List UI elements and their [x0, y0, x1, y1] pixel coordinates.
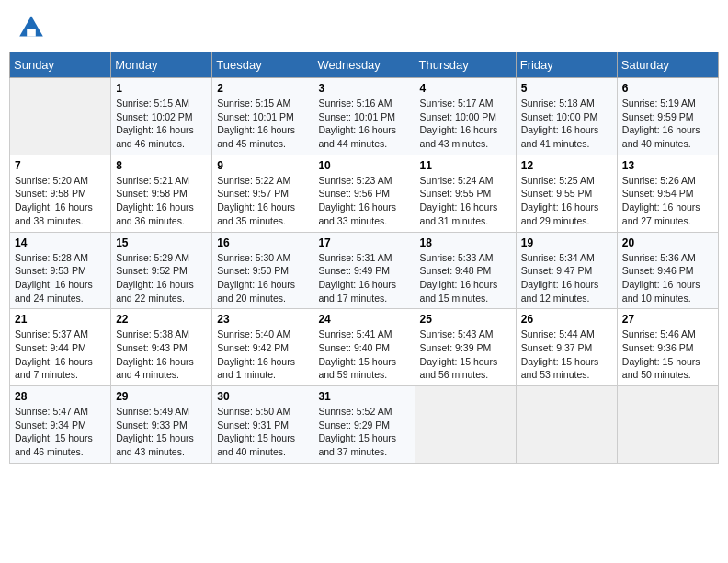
day-number: 10 [318, 159, 409, 172]
calendar-cell: 26Sunrise: 5:44 AMSunset: 9:37 PMDayligh… [516, 309, 617, 386]
calendar-week-row: 28Sunrise: 5:47 AMSunset: 9:34 PMDayligh… [10, 386, 719, 464]
calendar-cell: 16Sunrise: 5:30 AMSunset: 9:50 PMDayligh… [212, 232, 313, 309]
calendar-cell: 8Sunrise: 5:21 AMSunset: 9:58 PMDaylight… [111, 155, 212, 232]
calendar-cell: 9Sunrise: 5:22 AMSunset: 9:57 PMDaylight… [212, 155, 313, 232]
day-number: 4 [420, 82, 511, 95]
day-number: 8 [116, 159, 207, 172]
day-info: Sunrise: 5:40 AMSunset: 9:42 PMDaylight:… [217, 327, 308, 382]
day-info: Sunrise: 5:50 AMSunset: 9:31 PMDaylight:… [217, 405, 308, 459]
calendar-week-row: 21Sunrise: 5:37 AMSunset: 9:44 PMDayligh… [10, 309, 719, 386]
day-info: Sunrise: 5:47 AMSunset: 9:34 PMDaylight:… [15, 405, 106, 459]
calendar-cell: 4Sunrise: 5:17 AMSunset: 10:00 PMDayligh… [415, 78, 516, 155]
day-number: 17 [318, 236, 409, 249]
day-info: Sunrise: 5:24 AMSunset: 9:55 PMDaylight:… [420, 174, 511, 228]
weekday-header: Thursday [415, 52, 516, 78]
day-info: Sunrise: 5:46 AMSunset: 9:36 PMDaylight:… [622, 327, 713, 382]
day-info: Sunrise: 5:18 AMSunset: 10:00 PMDaylight… [521, 97, 612, 151]
day-info: Sunrise: 5:37 AMSunset: 9:44 PMDaylight:… [15, 327, 106, 382]
calendar-cell: 18Sunrise: 5:33 AMSunset: 9:48 PMDayligh… [415, 232, 516, 309]
calendar-cell: 31Sunrise: 5:52 AMSunset: 9:29 PMDayligh… [313, 386, 415, 464]
logo-icon [17, 13, 46, 42]
day-number: 28 [15, 390, 106, 403]
day-number: 16 [217, 236, 308, 249]
calendar-cell: 3Sunrise: 5:16 AMSunset: 10:01 PMDayligh… [313, 78, 415, 155]
weekday-header: Tuesday [212, 52, 313, 78]
day-info: Sunrise: 5:49 AMSunset: 9:33 PMDaylight:… [116, 405, 207, 459]
day-number: 23 [217, 313, 308, 326]
calendar-cell: 24Sunrise: 5:41 AMSunset: 9:40 PMDayligh… [313, 309, 415, 386]
day-info: Sunrise: 5:29 AMSunset: 9:52 PMDaylight:… [116, 251, 207, 305]
weekday-header: Sunday [10, 52, 111, 78]
calendar-cell: 20Sunrise: 5:36 AMSunset: 9:46 PMDayligh… [617, 232, 718, 309]
day-number: 6 [622, 82, 713, 95]
calendar-cell: 13Sunrise: 5:26 AMSunset: 9:54 PMDayligh… [617, 155, 718, 232]
calendar-cell [516, 386, 617, 464]
day-number: 1 [116, 82, 207, 95]
day-number: 22 [116, 313, 207, 326]
day-number: 14 [15, 236, 106, 249]
day-number: 11 [420, 159, 511, 172]
calendar-cell: 25Sunrise: 5:43 AMSunset: 9:39 PMDayligh… [415, 309, 516, 386]
day-info: Sunrise: 5:30 AMSunset: 9:50 PMDaylight:… [217, 251, 308, 305]
day-info: Sunrise: 5:36 AMSunset: 9:46 PMDaylight:… [622, 251, 713, 305]
day-number: 30 [217, 390, 308, 403]
calendar-cell: 29Sunrise: 5:49 AMSunset: 9:33 PMDayligh… [111, 386, 212, 464]
day-info: Sunrise: 5:44 AMSunset: 9:37 PMDaylight:… [521, 327, 612, 382]
day-info: Sunrise: 5:15 AMSunset: 10:01 PMDaylight… [217, 97, 308, 151]
calendar-cell: 27Sunrise: 5:46 AMSunset: 9:36 PMDayligh… [617, 309, 718, 386]
day-info: Sunrise: 5:38 AMSunset: 9:43 PMDaylight:… [116, 327, 207, 382]
weekday-header: Saturday [617, 52, 718, 78]
day-info: Sunrise: 5:33 AMSunset: 9:48 PMDaylight:… [420, 251, 511, 305]
calendar-cell: 7Sunrise: 5:20 AMSunset: 9:58 PMDaylight… [10, 155, 111, 232]
calendar-cell: 21Sunrise: 5:37 AMSunset: 9:44 PMDayligh… [10, 309, 111, 386]
calendar-cell: 12Sunrise: 5:25 AMSunset: 9:55 PMDayligh… [516, 155, 617, 232]
day-number: 13 [622, 159, 713, 172]
day-number: 19 [521, 236, 612, 249]
day-info: Sunrise: 5:28 AMSunset: 9:53 PMDaylight:… [15, 251, 106, 305]
calendar-week-row: 1Sunrise: 5:15 AMSunset: 10:02 PMDayligh… [10, 78, 719, 155]
calendar-cell: 28Sunrise: 5:47 AMSunset: 9:34 PMDayligh… [10, 386, 111, 464]
day-number: 31 [318, 390, 409, 403]
day-number: 21 [15, 313, 106, 326]
calendar-cell [617, 386, 718, 464]
day-number: 12 [521, 159, 612, 172]
day-info: Sunrise: 5:25 AMSunset: 9:55 PMDaylight:… [521, 174, 612, 228]
svg-rect-1 [27, 29, 36, 37]
calendar-cell [10, 78, 111, 155]
calendar-cell: 19Sunrise: 5:34 AMSunset: 9:47 PMDayligh… [516, 232, 617, 309]
calendar-cell: 6Sunrise: 5:19 AMSunset: 9:59 PMDaylight… [617, 78, 718, 155]
weekday-header: Monday [111, 52, 212, 78]
day-number: 18 [420, 236, 511, 249]
day-number: 29 [116, 390, 207, 403]
page-header [9, 9, 719, 46]
calendar-cell: 14Sunrise: 5:28 AMSunset: 9:53 PMDayligh… [10, 232, 111, 309]
calendar-cell [415, 386, 516, 464]
calendar-cell: 2Sunrise: 5:15 AMSunset: 10:01 PMDayligh… [212, 78, 313, 155]
day-info: Sunrise: 5:41 AMSunset: 9:40 PMDaylight:… [318, 327, 409, 382]
day-info: Sunrise: 5:16 AMSunset: 10:01 PMDaylight… [318, 97, 409, 151]
calendar-cell: 1Sunrise: 5:15 AMSunset: 10:02 PMDayligh… [111, 78, 212, 155]
logo [17, 13, 48, 42]
weekday-header: Friday [516, 52, 617, 78]
day-info: Sunrise: 5:34 AMSunset: 9:47 PMDaylight:… [521, 251, 612, 305]
calendar-cell: 15Sunrise: 5:29 AMSunset: 9:52 PMDayligh… [111, 232, 212, 309]
day-info: Sunrise: 5:20 AMSunset: 9:58 PMDaylight:… [15, 174, 106, 228]
calendar-cell: 23Sunrise: 5:40 AMSunset: 9:42 PMDayligh… [212, 309, 313, 386]
calendar-cell: 17Sunrise: 5:31 AMSunset: 9:49 PMDayligh… [313, 232, 415, 309]
day-number: 27 [622, 313, 713, 326]
day-number: 3 [318, 82, 409, 95]
day-number: 5 [521, 82, 612, 95]
day-info: Sunrise: 5:19 AMSunset: 9:59 PMDaylight:… [622, 97, 713, 151]
day-info: Sunrise: 5:31 AMSunset: 9:49 PMDaylight:… [318, 251, 409, 305]
day-number: 20 [622, 236, 713, 249]
calendar-table: SundayMondayTuesdayWednesdayThursdayFrid… [9, 52, 719, 464]
day-info: Sunrise: 5:43 AMSunset: 9:39 PMDaylight:… [420, 327, 511, 382]
day-info: Sunrise: 5:23 AMSunset: 9:56 PMDaylight:… [318, 174, 409, 228]
day-info: Sunrise: 5:26 AMSunset: 9:54 PMDaylight:… [622, 174, 713, 228]
calendar-cell: 30Sunrise: 5:50 AMSunset: 9:31 PMDayligh… [212, 386, 313, 464]
day-info: Sunrise: 5:52 AMSunset: 9:29 PMDaylight:… [318, 405, 409, 459]
day-number: 2 [217, 82, 308, 95]
calendar-cell: 22Sunrise: 5:38 AMSunset: 9:43 PMDayligh… [111, 309, 212, 386]
calendar-week-row: 14Sunrise: 5:28 AMSunset: 9:53 PMDayligh… [10, 232, 719, 309]
day-number: 7 [15, 159, 106, 172]
